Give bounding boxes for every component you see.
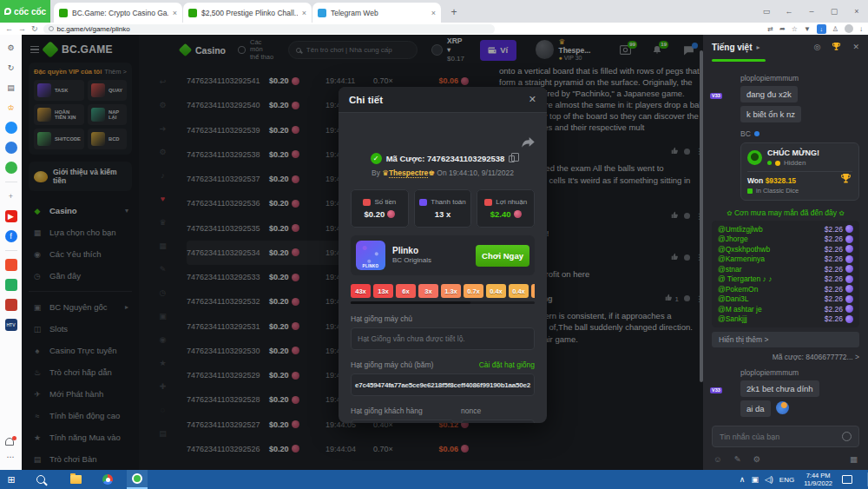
notifications-bell-icon[interactable]: [5, 438, 14, 446]
multiplier-scrollbar[interactable]: [351, 301, 535, 304]
stat-label: Thanh toán: [419, 198, 465, 206]
winner-username[interactable]: @Umtlizgjlwb: [718, 225, 825, 234]
play-now-button[interactable]: Chơi Ngay: [476, 245, 529, 267]
chat-username[interactable]: ploplopiemmmum: [740, 368, 859, 377]
client-seed-input[interactable]: AkiA4XKKPJMYeNb: [351, 420, 454, 423]
leaf-icon[interactable]: [5, 299, 17, 311]
adblock-shield-icon[interactable]: ▼: [804, 25, 811, 33]
chrome-icon[interactable]: [102, 474, 113, 485]
winner-username[interactable]: @Jhorge: [718, 235, 825, 243]
win-coin-icon: [747, 150, 762, 165]
extension-icon[interactable]: ♙: [832, 25, 838, 33]
coccoc-taskbar-icon[interactable]: [127, 470, 148, 489]
send-icon[interactable]: [842, 432, 852, 441]
network-icon[interactable]: ▣: [751, 475, 759, 484]
win-announcement-card[interactable]: CHÚC MỪNG! Hidden Won $9328.15 in Classi…: [740, 142, 859, 201]
site-info-icon[interactable]: [49, 26, 54, 31]
contest-trophy-icon[interactable]: [832, 42, 841, 53]
file-explorer-icon[interactable]: [70, 475, 82, 484]
winner-username[interactable]: @M ashtar je: [718, 305, 825, 314]
bookmark-star-icon[interactable]: ☆: [792, 25, 798, 33]
downloads-icon[interactable]: ↓: [859, 25, 863, 33]
facebook-icon[interactable]: f: [5, 230, 17, 242]
rail-more-icon[interactable]: ⋯: [7, 453, 16, 461]
taskbar-clock[interactable]: 7:44 PM11/9/2022: [804, 472, 832, 488]
winner-username[interactable]: @ Tiergarten ♪ ♪: [718, 274, 825, 283]
winner-username[interactable]: @Karmeninya: [718, 254, 825, 263]
url-box[interactable]: bc.game/vi/game/plinko: [43, 24, 495, 34]
new-tab-button[interactable]: +: [445, 3, 463, 21]
nonce-input[interactable]: 643194: [461, 420, 535, 423]
widget-icon[interactable]: [5, 142, 17, 154]
copy-icon[interactable]: [509, 155, 515, 162]
history-icon[interactable]: ↻: [5, 62, 17, 74]
seed-settings-link[interactable]: Cài đặt hạt giống: [479, 360, 535, 369]
page-scrollbar[interactable]: [700, 50, 703, 382]
winner-username[interactable]: @Dani3L: [718, 294, 825, 303]
news-feed-icon[interactable]: ▤: [5, 82, 17, 94]
forward-icon[interactable]: →: [18, 24, 26, 33]
chat-username[interactable]: ploplopiemmmum: [740, 74, 859, 83]
youtube-icon[interactable]: ▶: [5, 210, 17, 222]
emoji-icon[interactable]: ☺: [713, 454, 722, 464]
modal-close-icon[interactable]: ✕: [529, 94, 536, 105]
keyboard-icon[interactable]: ▦: [850, 454, 858, 464]
browser-tab[interactable]: BC.Game: Crypto Casino Ga...×: [54, 3, 182, 23]
settings-icon[interactable]: ⚙: [5, 42, 17, 54]
taskbar-search-icon[interactable]: [36, 475, 45, 484]
winner-username[interactable]: @Sankjjj: [718, 314, 825, 323]
coccoc-brand-logo[interactable]: cốc cốc: [0, 0, 50, 23]
server-seed-hash-input[interactable]: e7c459474fa77ae5ce9e6218f5f8ceff4086f991…: [351, 373, 535, 396]
stat-label: Số tiền: [363, 198, 396, 206]
winner-username[interactable]: @Qxskhpothwb: [718, 245, 825, 254]
translate-icon[interactable]: ⇄: [767, 25, 773, 33]
share-bet-icon[interactable]: [522, 137, 535, 148]
winner-username[interactable]: @PokemOn: [718, 285, 825, 294]
action-center-icon[interactable]: [842, 475, 852, 484]
language-indicator[interactable]: ENG: [779, 476, 794, 484]
rain-winner-row: @Jhorge$2.26: [718, 235, 853, 245]
share-icon[interactable]: ➦: [779, 25, 786, 33]
server-seed-hash-label: Hạt giống máy chủ (băm): [351, 360, 433, 369]
chat-language-selector[interactable]: Tiếng việt: [712, 43, 753, 52]
tab-close-icon[interactable]: ×: [173, 9, 177, 17]
chat-close-icon[interactable]: ✕: [852, 43, 859, 51]
htv-icon[interactable]: HTV: [5, 319, 17, 331]
show-more-button[interactable]: Hiển thị thêm >: [712, 332, 859, 347]
close-button[interactable]: ×: [845, 7, 868, 16]
won-game: in Classic Dice: [756, 187, 799, 195]
medal-icon: [775, 161, 780, 166]
minimize-button[interactable]: –: [800, 7, 823, 16]
download-extension-icon[interactable]: ↓: [817, 24, 826, 34]
tray-expand-icon[interactable]: ∧: [740, 475, 746, 484]
server-seed-input[interactable]: Hạt Giống vẫn chưa được tiết lộ.: [351, 327, 535, 350]
plinko-thumbnail: [356, 241, 385, 270]
winner-username[interactable]: @stnar: [718, 265, 825, 274]
browser-tab[interactable]: Telegram Web×: [312, 3, 441, 23]
browser-profile-avatar[interactable]: [845, 24, 853, 33]
volume-icon[interactable]: ◁): [765, 475, 773, 484]
add-shortcut-icon[interactable]: +: [5, 190, 17, 202]
bet-link[interactable]: Mã cược: 8406677772... >: [712, 353, 859, 361]
tab-close-icon[interactable]: ×: [431, 9, 436, 17]
store-icon[interactable]: [5, 279, 17, 291]
token-coin-icon: [845, 235, 853, 243]
pip-icon[interactable]: ▭: [755, 7, 778, 16]
maximize-button[interactable]: ▢: [823, 7, 845, 16]
start-button[interactable]: ⊞: [0, 474, 23, 486]
winner-amount: $2.26: [825, 265, 843, 274]
games-icon[interactable]: [5, 162, 17, 174]
chat-settings-icon[interactable]: ⚙: [753, 454, 761, 464]
rewards-crown-icon[interactable]: ♔: [5, 102, 17, 114]
reload-icon[interactable]: ↻: [31, 24, 38, 33]
shopee-icon[interactable]: [5, 259, 17, 271]
back-to-app-icon[interactable]: ←: [778, 7, 800, 16]
tab-close-icon[interactable]: ×: [302, 9, 306, 17]
messenger-icon[interactable]: [5, 122, 17, 134]
bet-user-link[interactable]: Thespectre: [389, 169, 428, 178]
back-icon[interactable]: ←: [5, 24, 13, 33]
chat-input[interactable]: Tin nhắn của bạn: [712, 426, 859, 447]
browser-tab[interactable]: $2,500 Prestige Plinko Chall...×: [183, 3, 312, 23]
chat-rules-icon[interactable]: ◎: [814, 43, 821, 51]
pencil-icon[interactable]: ✎: [734, 454, 741, 464]
